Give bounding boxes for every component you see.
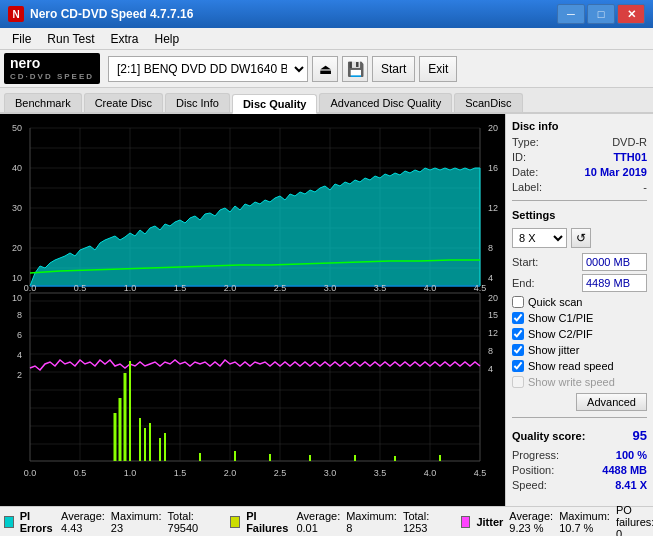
pi-errors-color [4, 516, 14, 528]
disc-info-title: Disc info [512, 120, 647, 132]
show-jitter-row: Show jitter [512, 344, 647, 356]
speed-value: 8.41 X [615, 479, 647, 491]
tab-scandisc[interactable]: ScanDisc [454, 93, 522, 112]
show-read-speed-checkbox[interactable] [512, 360, 524, 372]
show-write-speed-checkbox[interactable] [512, 376, 524, 388]
disc-type-row: Type: DVD-R [512, 136, 647, 148]
end-row: End: [512, 274, 647, 292]
svg-text:1.5: 1.5 [174, 283, 187, 293]
pi-failures-max-value: 8 [346, 522, 397, 534]
pi-failures-legend: PI Failures Average: 0.01 Maximum: 8 Tot… [230, 510, 429, 534]
svg-text:3.5: 3.5 [374, 283, 387, 293]
svg-text:1.0: 1.0 [124, 468, 137, 478]
pi-failures-avg-label: Average: [296, 510, 340, 522]
start-button[interactable]: Start [372, 56, 415, 82]
svg-text:0.0: 0.0 [24, 283, 37, 293]
pi-failures-total-value: 1253 [403, 522, 429, 534]
jitter-avg: Average: 9.23 % [509, 510, 553, 534]
refresh-button[interactable]: ↺ [571, 228, 591, 248]
disc-id-row: ID: TTH01 [512, 151, 647, 163]
jitter-max-value: 10.7 % [559, 522, 610, 534]
disc-date-row: Date: 10 Mar 2019 [512, 166, 647, 178]
show-c2pif-label: Show C2/PIF [528, 328, 593, 340]
disc-date-value: 10 Mar 2019 [585, 166, 647, 178]
pi-failures-total: Total: 1253 [403, 510, 429, 534]
svg-text:8: 8 [488, 346, 493, 356]
pi-errors-avg-label: Average: [61, 510, 105, 522]
svg-text:0.5: 0.5 [74, 283, 87, 293]
nero-logo: nero CD·DVD SPEED [4, 53, 100, 83]
disc-id-value: TTH01 [613, 151, 647, 163]
drive-select[interactable]: [2:1] BENQ DVD DD DW1640 BSLB [108, 56, 308, 82]
minimize-button[interactable]: ─ [557, 4, 585, 24]
disc-type-label: Type: [512, 136, 539, 148]
svg-text:15: 15 [488, 310, 498, 320]
speed-select[interactable]: 8 X 4 X Max [512, 228, 567, 248]
maximize-button[interactable]: □ [587, 4, 615, 24]
svg-text:40: 40 [12, 163, 22, 173]
main-content: 50 40 30 20 10 20 16 12 8 4 [0, 114, 653, 506]
pi-errors-legend: PI Errors Average: 4.43 Maximum: 23 Tota… [4, 510, 198, 534]
svg-text:2.5: 2.5 [274, 468, 287, 478]
show-c1pie-checkbox[interactable] [512, 312, 524, 324]
show-c2pif-checkbox[interactable] [512, 328, 524, 340]
svg-text:50: 50 [12, 123, 22, 133]
disc-type-value: DVD-R [612, 136, 647, 148]
pi-errors-label: PI Errors [20, 510, 55, 534]
start-input[interactable] [582, 253, 647, 271]
show-c1pie-row: Show C1/PIE [512, 312, 647, 324]
quick-scan-checkbox[interactable] [512, 296, 524, 308]
svg-text:20: 20 [12, 243, 22, 253]
pi-errors-total: Total: 79540 [168, 510, 199, 534]
show-jitter-label: Show jitter [528, 344, 579, 356]
pi-errors-avg-value: 4.43 [61, 522, 105, 534]
save-button[interactable]: 💾 [342, 56, 368, 82]
jitter-max: Maximum: 10.7 % [559, 510, 610, 534]
svg-text:2.0: 2.0 [224, 468, 237, 478]
app-icon: N [8, 6, 24, 22]
tab-benchmark[interactable]: Benchmark [4, 93, 82, 112]
show-read-speed-row: Show read speed [512, 360, 647, 372]
tab-disc-quality[interactable]: Disc Quality [232, 94, 318, 114]
end-input[interactable] [582, 274, 647, 292]
svg-text:10: 10 [12, 273, 22, 283]
progress-row: Progress: 100 % [512, 449, 647, 461]
show-jitter-checkbox[interactable] [512, 344, 524, 356]
svg-text:3.0: 3.0 [324, 283, 337, 293]
status-bar: PI Errors Average: 4.43 Maximum: 23 Tota… [0, 506, 653, 536]
svg-text:1.0: 1.0 [124, 283, 137, 293]
menu-extra[interactable]: Extra [102, 30, 146, 48]
advanced-button[interactable]: Advanced [576, 393, 647, 411]
svg-text:8: 8 [17, 310, 22, 320]
jitter-label: Jitter [476, 516, 503, 528]
menu-file[interactable]: File [4, 30, 39, 48]
tab-advanced-disc-quality[interactable]: Advanced Disc Quality [319, 93, 452, 112]
close-button[interactable]: ✕ [617, 4, 645, 24]
pi-failures-color [230, 516, 240, 528]
end-label: End: [512, 277, 535, 289]
title-bar: N Nero CD-DVD Speed 4.7.7.16 ─ □ ✕ [0, 0, 653, 28]
progress-label: Progress: [512, 449, 559, 461]
jitter-po-label: PO failures: [616, 504, 653, 528]
svg-text:16: 16 [488, 163, 498, 173]
position-label: Position: [512, 464, 554, 476]
exit-button[interactable]: Exit [419, 56, 457, 82]
speed-setting-row: 8 X 4 X Max ↺ [512, 228, 647, 248]
pi-errors-max-label: Maximum: [111, 510, 162, 522]
show-write-speed-label: Show write speed [528, 376, 615, 388]
toolbar: nero CD·DVD SPEED [2:1] BENQ DVD DD DW16… [0, 50, 653, 88]
svg-text:0.0: 0.0 [24, 468, 37, 478]
eject-button[interactable]: ⏏ [312, 56, 338, 82]
pi-errors-total-label: Total: [168, 510, 199, 522]
tab-create-disc[interactable]: Create Disc [84, 93, 163, 112]
pi-errors-max-value: 23 [111, 522, 162, 534]
svg-text:2.0: 2.0 [224, 283, 237, 293]
disc-label-row: Label: - [512, 181, 647, 193]
menu-help[interactable]: Help [147, 30, 188, 48]
svg-text:6: 6 [17, 330, 22, 340]
menu-run-test[interactable]: Run Test [39, 30, 102, 48]
jitter-color [461, 516, 470, 528]
tab-disc-info[interactable]: Disc Info [165, 93, 230, 112]
start-row: Start: [512, 253, 647, 271]
svg-text:3.0: 3.0 [324, 468, 337, 478]
